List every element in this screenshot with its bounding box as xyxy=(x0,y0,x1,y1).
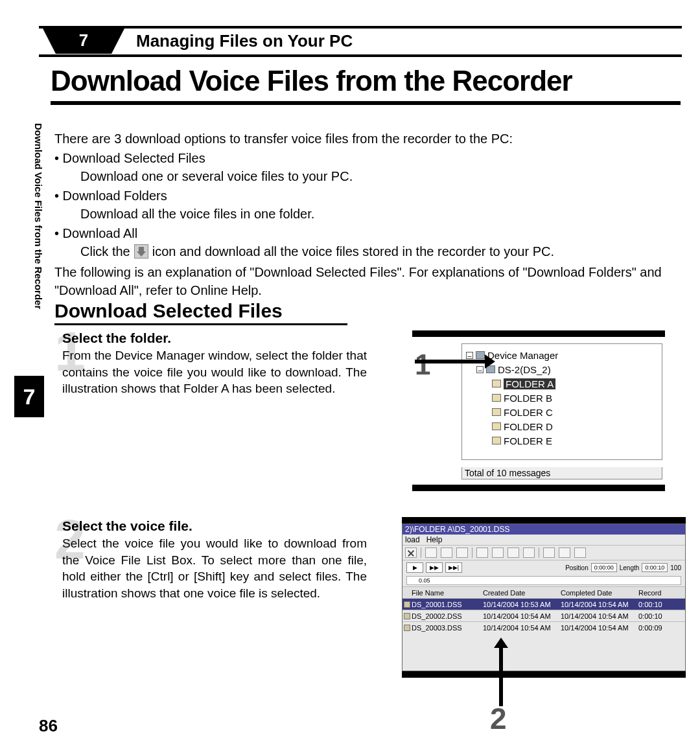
figure-device-manager: – Device Manager – DS-2(DS_2) FOLDER A F… xyxy=(412,330,665,491)
cell-filename: DS_20003.DSS xyxy=(412,624,483,632)
cell-created: 10/14/2004 10:53 AM xyxy=(483,601,561,608)
step-2-text: Select the voice file you would like to … xyxy=(62,535,367,602)
tree-folder-a[interactable]: FOLDER A xyxy=(492,376,658,391)
length-value: 0:00:10 xyxy=(642,563,668,572)
step-2-heading: Select the voice file. xyxy=(62,518,367,534)
cell-created: 10/14/2004 10:54 AM xyxy=(483,624,561,632)
tree-folder-b[interactable]: FOLDER B xyxy=(492,391,658,405)
tree-folder-b-label: FOLDER B xyxy=(504,393,552,404)
figure-2-callout: 2 xyxy=(490,701,507,736)
side-running-head: Download Voice Files from the Recorder xyxy=(31,123,44,356)
cell-record: 0:00:10 xyxy=(638,612,671,620)
option-1: • Download Selected Files xyxy=(54,149,681,167)
step-1-heading: Select the folder. xyxy=(62,330,367,346)
play-button[interactable]: ▶ xyxy=(406,562,423,573)
figure-crop-bar xyxy=(412,485,665,491)
tree-status-bar: Total of 10 messages xyxy=(461,467,662,479)
open-button[interactable] xyxy=(492,547,504,558)
voice-file-window: 2)\FOLDER A\DS_20001.DSS load Help ▶ ▶▶ … xyxy=(402,524,686,671)
file-icon xyxy=(404,601,410,608)
position-value: 0:00:00 xyxy=(591,563,617,572)
collapse-icon[interactable]: – xyxy=(466,352,473,359)
folder-icon xyxy=(492,437,501,444)
ffwd-button[interactable]: ▶▶ xyxy=(426,562,443,573)
tree-folder-e[interactable]: FOLDER E xyxy=(492,433,658,448)
next-button[interactable]: ▶▶| xyxy=(445,562,462,573)
side-chapter-tab: 7 xyxy=(14,376,44,417)
file-icon xyxy=(404,625,410,631)
page-title: Download Voice Files from the Recorder xyxy=(51,65,681,105)
toolbar-button[interactable] xyxy=(441,547,452,558)
toolbar-button[interactable] xyxy=(508,547,519,558)
figure-crop-bar xyxy=(402,517,686,524)
file-row[interactable]: DS_20001.DSS 10/14/2004 10:53 AM 10/14/2… xyxy=(402,598,685,610)
col-completed[interactable]: Completed Date xyxy=(561,589,638,597)
tree-folder-d[interactable]: FOLDER D xyxy=(492,419,658,433)
tree-folder-d-label: FOLDER D xyxy=(504,421,553,432)
new-folder-button[interactable] xyxy=(476,547,488,558)
intro-tail: The following is an explanation of "Down… xyxy=(54,263,681,299)
option-3-text-a: Click the xyxy=(80,242,130,260)
figure-1-callout: 1 xyxy=(415,349,430,381)
file-icon xyxy=(404,613,410,619)
option-3: • Download All xyxy=(54,224,681,242)
figure-file-list: 2)\FOLDER A\DS_20001.DSS load Help ▶ ▶▶ … xyxy=(402,517,686,678)
section-title: Download Selected Files xyxy=(54,300,347,325)
file-row[interactable]: DS_20002.DSS 10/14/2004 10:54 AM 10/14/2… xyxy=(402,610,685,621)
toolbar-button[interactable] xyxy=(574,547,586,558)
download-all-icon xyxy=(134,244,148,259)
cell-created: 10/14/2004 10:54 AM xyxy=(483,612,561,620)
step-1: 1 Select the folder. From the Device Man… xyxy=(54,330,367,397)
device-manager-icon xyxy=(476,351,485,359)
toolbar-separator xyxy=(539,547,539,558)
cell-completed: 10/14/2004 10:54 AM xyxy=(561,601,638,608)
cell-record: 0:00:09 xyxy=(638,624,671,632)
toolbar-button[interactable] xyxy=(456,547,468,558)
col-record[interactable]: Record xyxy=(638,589,671,597)
option-2: • Download Folders xyxy=(54,187,681,205)
menu-help[interactable]: Help xyxy=(426,535,443,544)
toolbar-separator xyxy=(472,547,472,558)
toolbar-button[interactable] xyxy=(425,547,437,558)
column-headers[interactable]: File Name Created Date Completed Date Re… xyxy=(402,586,685,598)
step-1-text: From the Device Manager window, select t… xyxy=(62,347,367,397)
menu-load[interactable]: load xyxy=(405,535,420,544)
cell-completed: 10/14/2004 10:54 AM xyxy=(561,624,638,632)
playback-bar: ▶ ▶▶ ▶▶| Position 0:00:00 Length 0:00:10… xyxy=(402,560,685,575)
tree-folder-c-label: FOLDER C xyxy=(504,407,553,418)
figure-crop-bar xyxy=(402,671,686,678)
delete-button[interactable] xyxy=(405,547,417,558)
chapter-title: Managing Files on Your PC xyxy=(136,31,353,51)
option-3-desc: Click the icon and download all the voic… xyxy=(80,242,681,260)
chapter-number-tab: 7 xyxy=(56,26,111,54)
option-2-desc: Download all the voice files in one fold… xyxy=(80,205,681,223)
cancel-button[interactable] xyxy=(559,547,570,558)
menu-bar[interactable]: load Help xyxy=(402,535,685,545)
folder-icon xyxy=(492,394,501,402)
file-row[interactable]: DS_20003.DSS 10/14/2004 10:54 AM 10/14/2… xyxy=(402,621,685,633)
tree-folder-c[interactable]: FOLDER C xyxy=(492,405,658,419)
folder-icon xyxy=(492,422,501,430)
length-label: Length xyxy=(620,564,640,571)
check-button[interactable] xyxy=(543,547,555,558)
tree-device[interactable]: – DS-2(DS_2) xyxy=(476,362,658,376)
tree-root-label: Device Manager xyxy=(487,350,558,361)
step-2: 2 Select the voice file. Select the voic… xyxy=(54,518,367,602)
intro-lead: There are 3 download options to transfer… xyxy=(54,130,681,148)
cell-record: 0:00:10 xyxy=(638,601,671,608)
option-1-desc: Download one or several voice files to y… xyxy=(80,167,681,185)
figure-crop-bar xyxy=(412,330,665,337)
tree-device-label: DS-2(DS_2) xyxy=(498,364,551,375)
intro-block: There are 3 download options to transfer… xyxy=(54,130,681,299)
col-filename[interactable]: File Name xyxy=(412,589,483,597)
tree-folder-e-label: FOLDER E xyxy=(504,435,552,446)
cell-filename: DS_20001.DSS xyxy=(412,601,483,608)
folder-icon xyxy=(492,380,501,387)
collapse-icon[interactable]: – xyxy=(476,366,484,373)
option-3-text-b: icon and download all the voice files st… xyxy=(152,242,554,260)
col-created[interactable]: Created Date xyxy=(483,589,561,597)
cell-filename: DS_20002.DSS xyxy=(412,612,483,620)
time-ruler[interactable]: 0.05 xyxy=(406,576,681,585)
toolbar-button[interactable] xyxy=(523,547,535,558)
chapter-header-bar xyxy=(39,26,682,57)
